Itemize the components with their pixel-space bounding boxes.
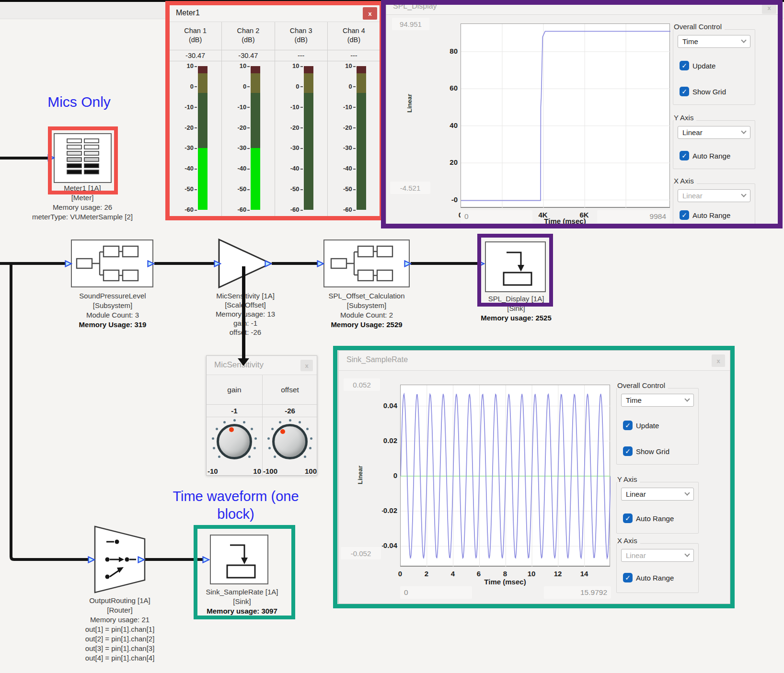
knob-scale-dot [274, 456, 276, 458]
show-grid-checkbox[interactable]: ✓ [680, 87, 689, 96]
meter-scale-tick: -30 [222, 144, 250, 152]
knob-scale-dot [254, 437, 257, 440]
meter1-block[interactable] [54, 133, 112, 183]
meter-scale-tick: -50 [328, 185, 356, 194]
gain-knob[interactable]: -10 10 [207, 417, 262, 476]
chevron-down-icon [741, 37, 746, 43]
y-tick-label: 20 [450, 158, 458, 167]
block-memory: Memory usage: 3097 [182, 606, 302, 616]
close-icon[interactable]: x [712, 354, 725, 367]
window-titlebar[interactable]: Meter1 x [169, 5, 380, 22]
x-tick-label: 2 [425, 570, 428, 578]
spl-display-block[interactable] [485, 241, 546, 292]
y-axis-scale-label: Linear [357, 456, 364, 494]
sink-samplerate-block[interactable] [210, 535, 268, 584]
waveform-plot-area[interactable] [400, 385, 610, 567]
spl-plot-area[interactable] [461, 23, 670, 208]
channel-value: -30.47 [169, 50, 221, 61]
y-axis-group-label: Y Axis [674, 114, 696, 122]
overall-mode-dropdown[interactable]: Time [621, 394, 694, 407]
meter-bar-segment [304, 66, 313, 73]
window-title: Meter1 [176, 9, 200, 17]
input-port[interactable] [477, 260, 485, 267]
y-axis-scale-label: Linear [406, 84, 413, 123]
meter-bar-segment [357, 93, 366, 210]
x-axis-mode-dropdown[interactable]: Linear [621, 549, 694, 562]
block-type: [Meter] [11, 193, 154, 203]
input-port[interactable] [65, 260, 72, 267]
meter-scale-tick: -20 [275, 124, 303, 132]
x-axis-mode-dropdown[interactable]: Linear [678, 189, 750, 202]
offset-knob[interactable]: -100 100 [262, 417, 318, 476]
block-info: Module Count: 2 [311, 310, 422, 320]
block-memory: Memory usage: 2525 [468, 313, 564, 323]
block-memory: Memory Usage: 319 [58, 320, 168, 330]
input-port[interactable] [214, 260, 221, 267]
sink-samplerate-window: Sink_SampleRate x 0.052 -0.052 Linear 0.… [338, 350, 730, 604]
y-tick-labels: 0.040.020-0.02-0.04 [382, 351, 398, 605]
x-tick-label: 6 [477, 570, 481, 578]
y-tick-labels: 80604020-0 [437, 0, 459, 226]
channel-header: Chan 1(dB) [169, 22, 221, 50]
meter-body: 100-10-20-30-40-50-60 [222, 61, 274, 216]
x-start-field[interactable]: 0 [400, 586, 472, 599]
meter-bar [357, 66, 366, 210]
spl-offset-calculation-block[interactable] [323, 240, 410, 287]
block-type: [Subsystem] [311, 301, 422, 310]
chevron-down-icon [741, 128, 746, 134]
x-start-field[interactable]: 0 [461, 210, 532, 223]
input-port[interactable] [88, 556, 95, 563]
knob-dial[interactable] [272, 424, 308, 459]
y-auto-range-checkbox[interactable]: ✓ [623, 513, 633, 523]
meter-scale-tick: -40 [328, 164, 356, 173]
input-port[interactable] [317, 260, 324, 267]
input-port[interactable] [47, 154, 55, 161]
x-auto-range-checkbox[interactable]: ✓ [680, 210, 689, 220]
close-icon[interactable]: x [300, 360, 313, 371]
update-checkbox[interactable]: ✓ [623, 421, 633, 430]
knob-scale-dot [251, 428, 253, 430]
y-tick-label: 40 [450, 121, 458, 130]
knob-dial[interactable] [217, 424, 252, 459]
y-auto-range-checkbox[interactable]: ✓ [680, 151, 689, 160]
y-tick-label: 0.02 [383, 436, 397, 445]
spl-display-window: SPL_Display x 94.951 -4.521 Linear 80604… [386, 0, 779, 225]
y-axis-mode-dropdown[interactable]: Linear [678, 126, 750, 139]
show-grid-checkbox[interactable]: ✓ [623, 446, 633, 456]
overall-control-group-label: Overall Control [674, 23, 725, 31]
input-port[interactable] [202, 556, 210, 563]
x-auto-range-checkbox[interactable]: ✓ [623, 573, 633, 582]
meter-scale-tick: -40 [222, 164, 250, 173]
x-axis-group-label: X Axis [674, 177, 697, 185]
soundpressurelevel-labels: SoundPressureLevel [Subsystem] Module Co… [58, 291, 168, 330]
knob-scale-dot [243, 421, 245, 423]
knob-scale-dot [216, 428, 218, 430]
meter-channel: Chan 2(dB)-30.47100-10-20-30-40-50-60 [222, 22, 275, 217]
meter-scale-tick: 0 [169, 82, 197, 91]
chevron-down-icon [684, 396, 690, 401]
x-tick-label: 14 [580, 570, 588, 578]
x-end-field[interactable]: 9984 [597, 210, 670, 223]
window-titlebar[interactable]: MicSensitivity x [207, 356, 317, 375]
y-axis-mode-dropdown[interactable]: Linear [621, 488, 694, 501]
output-port[interactable] [404, 260, 412, 267]
x-end-field[interactable]: 15.9792 [544, 586, 611, 599]
channel-value: --- [275, 50, 327, 61]
knob-max-label: 10 [253, 467, 261, 475]
x-tick-label: 10 [528, 570, 536, 578]
update-label: Update [636, 422, 659, 430]
soundpressurelevel-block[interactable] [71, 240, 153, 287]
meter-scale-tick: -20 [222, 124, 250, 132]
meter-scale-tick: -20 [328, 124, 356, 132]
annotation-arrow-line [242, 266, 245, 358]
overall-mode-dropdown[interactable]: Time [678, 35, 750, 48]
output-port[interactable] [265, 260, 272, 267]
close-icon[interactable]: x [363, 7, 377, 20]
update-checkbox[interactable]: ✓ [680, 61, 689, 70]
close-icon[interactable]: x [762, 1, 776, 14]
meter-scale-tick: -40 [275, 164, 303, 173]
channel-value: -30.47 [222, 50, 274, 61]
output-port[interactable] [147, 260, 155, 267]
spl-offset-labels: SPL_Offset_Calculation [Subsystem] Modul… [311, 291, 422, 330]
output-port[interactable] [138, 556, 145, 563]
